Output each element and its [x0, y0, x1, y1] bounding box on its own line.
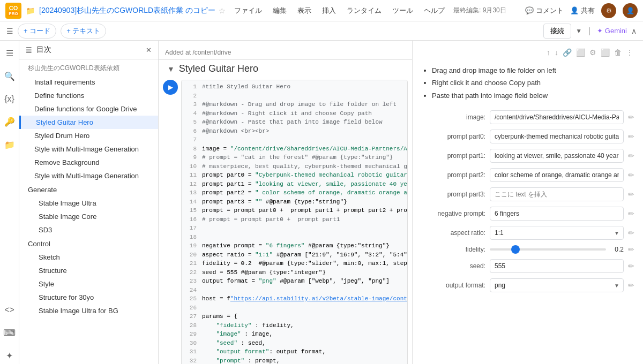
- instructions-list: Drag and drop image to file folder on le…: [421, 64, 634, 102]
- settings-cell-icon[interactable]: ⚙: [588, 47, 597, 58]
- secrets-icon[interactable]: 🔑: [1, 113, 18, 130]
- cell-title: Styled Guitar Hero: [179, 63, 258, 74]
- code-line-1: 1#title Styled Guitar Hero: [186, 82, 403, 92]
- breadcrumb: Added at /content/drive: [159, 45, 412, 60]
- comment-button[interactable]: 💬 コメント: [525, 6, 564, 16]
- sidebar-nav-label[interactable]: 杉山先生のCGWORLD表紙依頼: [19, 59, 158, 75]
- aspect-ratio-edit-icon[interactable]: ✏: [628, 229, 634, 237]
- prompt3-input[interactable]: [490, 187, 624, 201]
- collapse-top-button[interactable]: ∧: [631, 27, 637, 35]
- cell-collapse-icon[interactable]: ▼: [167, 65, 175, 73]
- top-right-actions: 💬 コメント 👤 共有 ⚙ 👤: [525, 3, 638, 18]
- fidelity-edit-icon[interactable]: ✏: [628, 245, 634, 254]
- menu-tools[interactable]: ツール: [388, 4, 417, 18]
- prompt2-input[interactable]: [490, 168, 624, 182]
- connect-dropdown[interactable]: ▼: [575, 27, 582, 35]
- sidebar-item-style[interactable]: Style: [19, 277, 158, 291]
- sidebar-item-structure30[interactable]: Structure for 30yo: [19, 291, 158, 304]
- image-edit-icon[interactable]: ✏: [628, 113, 634, 122]
- menu-view[interactable]: 表示: [293, 4, 316, 18]
- cell-title-row: ▼ Styled Guitar Hero: [159, 60, 412, 78]
- expand-icon[interactable]: ⬜: [575, 47, 586, 58]
- seed-input[interactable]: [490, 259, 624, 273]
- instruction-3: Paste that path into image field below: [432, 89, 634, 102]
- prompt1-edit-icon[interactable]: ✏: [628, 151, 634, 160]
- right-panel-actions: ↑ ↓ 🔗 ⬜ ⚙ ⬜ 🗑 ⋮: [421, 47, 634, 58]
- sidebar-item-multi2[interactable]: Style with Multi-Image Generation: [19, 169, 158, 183]
- sidebar-item-guitar[interactable]: Styled Guitar Hero: [19, 116, 158, 129]
- menu-runtime[interactable]: ランタイム: [342, 4, 386, 18]
- sidebar-item-define[interactable]: Define functions: [19, 89, 158, 102]
- move-up-icon[interactable]: ↑: [545, 47, 551, 58]
- sidebar-item-structure[interactable]: Structure: [19, 264, 158, 277]
- menu-insert[interactable]: 挿入: [318, 4, 340, 18]
- terminal-icon[interactable]: ⌨: [0, 324, 19, 341]
- move-down-icon[interactable]: ↓: [554, 47, 559, 58]
- fidelity-slider[interactable]: [490, 248, 606, 251]
- field-aspect-ratio: aspect ratio: 21:916:93:25:41:14:5 ✏: [421, 226, 634, 240]
- output-format-edit-icon[interactable]: ✏: [628, 281, 634, 290]
- sidebar-item-install[interactable]: Install requirements: [19, 75, 158, 89]
- code-line-28: 28 "fidelity" : fidelity,: [186, 321, 403, 330]
- connect-area: 接続 ▼ | ✦ Gemini ∧: [543, 24, 637, 39]
- code-line-2: 2: [186, 92, 403, 101]
- sidebar-item-sketch[interactable]: Sketch: [19, 251, 158, 264]
- menu-file[interactable]: ファイル: [230, 4, 266, 18]
- prompt3-edit-icon[interactable]: ✏: [628, 190, 634, 199]
- image-input[interactable]: [490, 110, 624, 124]
- prompt0-input[interactable]: [490, 130, 624, 143]
- more-options-icon[interactable]: ⋮: [625, 47, 634, 58]
- delete-cell-icon[interactable]: 🗑: [613, 47, 623, 58]
- sidebar-item-remove-bg[interactable]: Remove Background: [19, 156, 158, 169]
- seed-edit-icon[interactable]: ✏: [628, 262, 634, 270]
- sidebar-item-ultra[interactable]: Stable Image Ultra: [19, 196, 158, 210]
- field-fidelity: fidelity: 0.2 ✏: [421, 245, 634, 254]
- link-icon[interactable]: 🔗: [562, 47, 573, 58]
- add-text-button[interactable]: + テキスト: [61, 24, 106, 39]
- prompt2-edit-icon[interactable]: ✏: [628, 171, 634, 179]
- negative-prompt-edit-icon[interactable]: ✏: [628, 209, 634, 218]
- menu-bar: ファイル 編集 表示 挿入 ランタイム ツール ヘルプ 最終編集: 9月30日: [230, 4, 506, 18]
- toc-toggle[interactable]: ☰: [6, 27, 13, 35]
- sidebar-close-icon[interactable]: ✕: [146, 46, 152, 54]
- sidebar-section-control: Control: [19, 237, 158, 251]
- run-button[interactable]: ▶: [163, 80, 178, 95]
- search-icon[interactable]: 🔍: [1, 68, 18, 85]
- code-line-7: 7: [186, 135, 403, 145]
- sidebar-content: 杉山先生のCGWORLD表紙依頼 Install requirements De…: [19, 59, 158, 364]
- menu-help[interactable]: ヘルプ: [420, 4, 449, 18]
- sidebar-item-sd3[interactable]: SD3: [19, 223, 158, 237]
- fidelity-value: 0.2: [610, 246, 624, 253]
- sidebar-item-ultra-bg[interactable]: Stable Image Ultra for BG: [19, 304, 158, 317]
- user-avatar[interactable]: 👤: [623, 3, 638, 18]
- doc-title: [20240903]杉山先生のCGWORLD表紙作業 のコピー ☆: [39, 6, 226, 16]
- add-code-button[interactable]: + コード: [18, 24, 56, 39]
- toc-icon[interactable]: ☰: [3, 45, 17, 62]
- content-area: Added at /content/drive ▼ Styled Guitar …: [159, 41, 643, 364]
- sidebar-item-define-google[interactable]: Define functions for Google Drive: [19, 102, 158, 116]
- prompt0-edit-icon[interactable]: ✏: [628, 132, 634, 141]
- copy-cell-icon[interactable]: ⬜: [600, 47, 611, 58]
- negative-prompt-input[interactable]: [490, 207, 624, 221]
- share-button[interactable]: 👤 共有: [570, 6, 595, 16]
- variables-icon[interactable]: {x}: [1, 91, 18, 107]
- code-line-29: 29 "image" : image,: [186, 330, 403, 339]
- fields-container: image: ✏ prompt part0: ✏ prompt part: [421, 110, 634, 292]
- files-icon[interactable]: 📁: [1, 136, 18, 153]
- gemini-button[interactable]: ✦ Gemini: [597, 27, 627, 35]
- sidebar-item-core[interactable]: Stable Image Core: [19, 210, 158, 223]
- ai-icon[interactable]: ✦: [3, 347, 16, 364]
- sidebar-item-drum[interactable]: Styled Drum Hero: [19, 129, 158, 142]
- aspect-ratio-select[interactable]: 21:916:93:25:41:14:5: [490, 226, 624, 240]
- star-icon[interactable]: ☆: [219, 6, 226, 15]
- seed-value: [490, 259, 624, 273]
- code-snippets-icon[interactable]: <>: [1, 302, 18, 318]
- code-line-26: 26: [186, 304, 403, 313]
- menu-edit[interactable]: 編集: [268, 4, 291, 18]
- prompt1-input[interactable]: [490, 149, 624, 163]
- code-line-10: 10# masterpiece, best quality, cyberpunk…: [186, 162, 403, 171]
- settings-icon[interactable]: ⚙: [601, 3, 616, 18]
- output-format-select[interactable]: webpjpegpng: [490, 278, 624, 292]
- sidebar-item-multi1[interactable]: Style with Multi-Image Generation: [19, 142, 158, 156]
- connect-button[interactable]: 接続: [543, 24, 571, 39]
